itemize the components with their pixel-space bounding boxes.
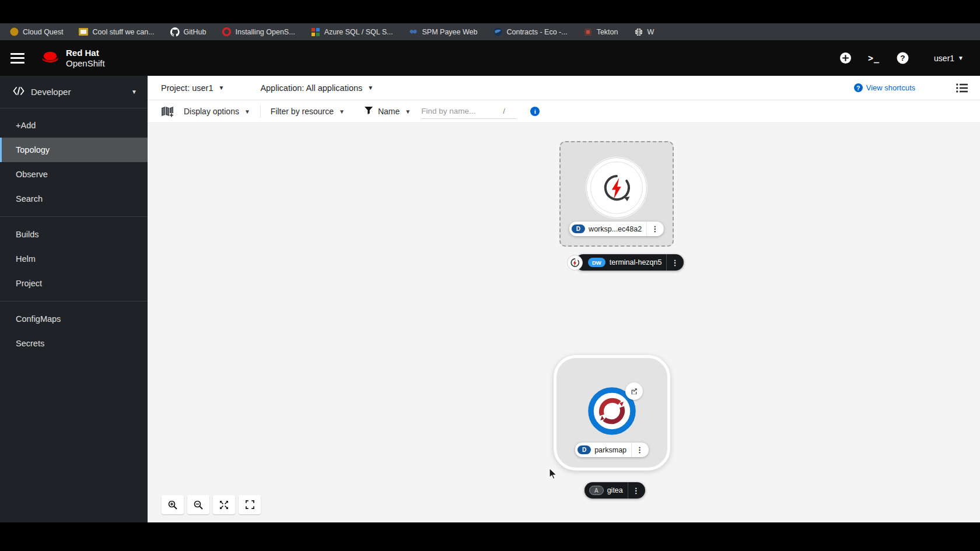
sidebar-nav: +Add Topology Observe Search Builds Helm… bbox=[0, 108, 148, 356]
user-name: user1 bbox=[934, 54, 954, 63]
caret-down-icon: ▼ bbox=[244, 108, 250, 115]
toolbar-divider bbox=[260, 105, 261, 118]
find-by-name-input[interactable] bbox=[421, 107, 497, 115]
application-badge: A bbox=[589, 486, 604, 495]
bookmark-installing-openshift[interactable]: Installing OpenS... bbox=[222, 27, 295, 37]
topology-toolbar: Display options ▼ Filter by resource ▼ N… bbox=[148, 100, 980, 123]
main-content: Project: user1 ▼ Application: All applic… bbox=[148, 76, 980, 522]
resource-badge-deployment: D bbox=[578, 445, 591, 454]
filter-by-resource-dropdown[interactable]: Filter by resource ▼ bbox=[271, 107, 345, 116]
blue-app-icon bbox=[409, 27, 418, 37]
canvas-controls bbox=[162, 495, 261, 514]
info-icon[interactable]: i bbox=[530, 107, 540, 116]
sidebar-item-builds[interactable]: Builds bbox=[0, 222, 148, 247]
sidebar-item-add[interactable]: +Add bbox=[0, 113, 148, 138]
brand-line1: Red Hat bbox=[66, 48, 105, 58]
parksmap-node-name: parksmap bbox=[594, 446, 626, 454]
sidebar-item-search[interactable]: Search bbox=[0, 187, 148, 211]
bookmark-cool-stuff[interactable]: Cool stuff we can... bbox=[79, 27, 154, 37]
globe-icon bbox=[634, 27, 643, 37]
brand-line2: OpenShift bbox=[66, 58, 105, 68]
caret-down-icon: ▼ bbox=[958, 55, 964, 61]
bookmark-github[interactable]: GitHub bbox=[170, 27, 206, 37]
node-parksmap-group[interactable]: D parksmap ⋮ bbox=[554, 355, 670, 471]
fullscreen-button[interactable] bbox=[239, 495, 261, 514]
slides-icon bbox=[79, 27, 88, 37]
project-selector[interactable]: Project: user1 ▼ bbox=[161, 83, 224, 93]
brand-logo[interactable]: Red Hat OpenShift bbox=[38, 48, 105, 68]
bookmark-spm-payee-web[interactable]: SPM Payee Web bbox=[409, 27, 478, 37]
parksmap-node-label[interactable]: D parksmap ⋮ bbox=[575, 443, 649, 457]
bookmark-cloud-quest[interactable]: Cloud Quest bbox=[9, 27, 63, 37]
gitea-group-name: gitea bbox=[607, 486, 623, 494]
shortcut-hint: / bbox=[503, 107, 505, 115]
masthead: Red Hat OpenShift >_ ? user1 ▼ bbox=[0, 40, 980, 76]
kebab-menu-icon[interactable]: ⋮ bbox=[666, 254, 681, 271]
caret-down-icon: ▼ bbox=[218, 85, 224, 91]
topology-canvas[interactable]: D worksp...ec48a2 ⋮ DW terminal-hezqn5 ⋮ bbox=[148, 123, 980, 522]
filter-funnel-icon bbox=[365, 107, 373, 116]
workspace-node-name: worksp...ec48a2 bbox=[589, 225, 642, 233]
user-menu[interactable]: user1 ▼ bbox=[934, 54, 964, 63]
svg-text:?: ? bbox=[900, 54, 905, 62]
terminal-node-name: terminal-hezqn5 bbox=[610, 258, 662, 266]
sidebar-item-secrets[interactable]: Secrets bbox=[0, 331, 148, 356]
sidebar-divider bbox=[0, 216, 148, 217]
devworkspace-mini-icon[interactable] bbox=[567, 255, 583, 271]
kebab-menu-icon[interactable]: ⋮ bbox=[631, 443, 646, 457]
bookmark-azure-sql[interactable]: Azure SQL / SQL S... bbox=[311, 27, 393, 37]
name-filter-dropdown[interactable]: Name ▼ bbox=[365, 107, 411, 116]
browser-bookmarks-bar: Cloud Quest Cool stuff we can... GitHub … bbox=[0, 23, 980, 40]
bookmark-tekton[interactable]: Tekton bbox=[583, 27, 618, 37]
fit-to-screen-button[interactable] bbox=[213, 495, 235, 514]
zoom-in-button[interactable] bbox=[162, 495, 184, 514]
dark-globe-icon bbox=[493, 27, 502, 37]
view-shortcuts-link[interactable]: ? View shortcuts bbox=[854, 83, 915, 92]
gitea-group-label[interactable]: A gitea ⋮ bbox=[584, 482, 645, 499]
kebab-menu-icon[interactable]: ⋮ bbox=[628, 482, 643, 499]
terminal-node-label[interactable]: DW terminal-hezqn5 ⋮ bbox=[575, 254, 684, 271]
openshift-ring-icon bbox=[222, 27, 231, 37]
bookmark-contracts-eco[interactable]: Contracts - Eco -... bbox=[493, 27, 567, 37]
gold-circle-icon bbox=[9, 27, 19, 37]
color-grid-icon bbox=[311, 27, 320, 37]
bookmark-w[interactable]: W bbox=[634, 27, 654, 37]
context-selector-bar: Project: user1 ▼ Application: All applic… bbox=[148, 76, 980, 100]
nav-toggle-icon[interactable] bbox=[10, 53, 24, 64]
open-url-decorator[interactable] bbox=[625, 382, 643, 400]
question-circle-icon: ? bbox=[854, 83, 863, 92]
sidebar-item-helm[interactable]: Helm bbox=[0, 247, 148, 271]
perspective-label: Developer bbox=[31, 87, 71, 97]
node-terminal[interactable]: DW terminal-hezqn5 ⋮ bbox=[567, 254, 684, 271]
resource-badge-deployment: D bbox=[572, 224, 585, 233]
node-workspace[interactable]: D worksp...ec48a2 ⋮ bbox=[559, 141, 674, 247]
tekton-icon bbox=[583, 27, 593, 37]
caret-down-icon: ▼ bbox=[339, 108, 345, 115]
sidebar-item-configmaps[interactable]: ConfigMaps bbox=[0, 307, 148, 331]
help-icon[interactable]: ? bbox=[896, 52, 909, 65]
mouse-cursor bbox=[549, 468, 558, 483]
zoom-out-button[interactable] bbox=[187, 495, 209, 514]
sidebar-item-topology[interactable]: Topology bbox=[0, 138, 148, 162]
redhat-fedora-icon bbox=[38, 49, 61, 68]
sidebar-item-project[interactable]: Project bbox=[0, 271, 148, 296]
code-icon bbox=[13, 87, 24, 97]
export-application-icon[interactable] bbox=[161, 106, 174, 117]
sidebar-divider bbox=[0, 301, 148, 301]
web-terminal-icon[interactable]: >_ bbox=[867, 52, 880, 65]
devworkspace-icon[interactable] bbox=[586, 157, 647, 218]
caret-down-icon: ▼ bbox=[368, 85, 373, 91]
quick-create-icon[interactable] bbox=[839, 52, 852, 65]
caret-down-icon: ▼ bbox=[405, 108, 411, 115]
kebab-menu-icon[interactable]: ⋮ bbox=[646, 222, 662, 236]
perspective-switcher[interactable]: Developer ▼ bbox=[0, 76, 148, 108]
workspace-node-label[interactable]: D worksp...ec48a2 ⋮ bbox=[569, 222, 664, 236]
application-selector[interactable]: Application: All applications ▼ bbox=[260, 83, 373, 93]
sidebar: Developer ▼ +Add Topology Observe Search… bbox=[0, 76, 148, 522]
resource-badge-devworkspace: DW bbox=[588, 258, 606, 267]
chevron-down-icon: ▼ bbox=[131, 89, 137, 95]
github-icon bbox=[170, 27, 180, 37]
display-options-dropdown[interactable]: Display options ▼ bbox=[184, 107, 250, 116]
list-view-toggle-icon[interactable] bbox=[956, 83, 968, 93]
sidebar-item-observe[interactable]: Observe bbox=[0, 162, 148, 187]
